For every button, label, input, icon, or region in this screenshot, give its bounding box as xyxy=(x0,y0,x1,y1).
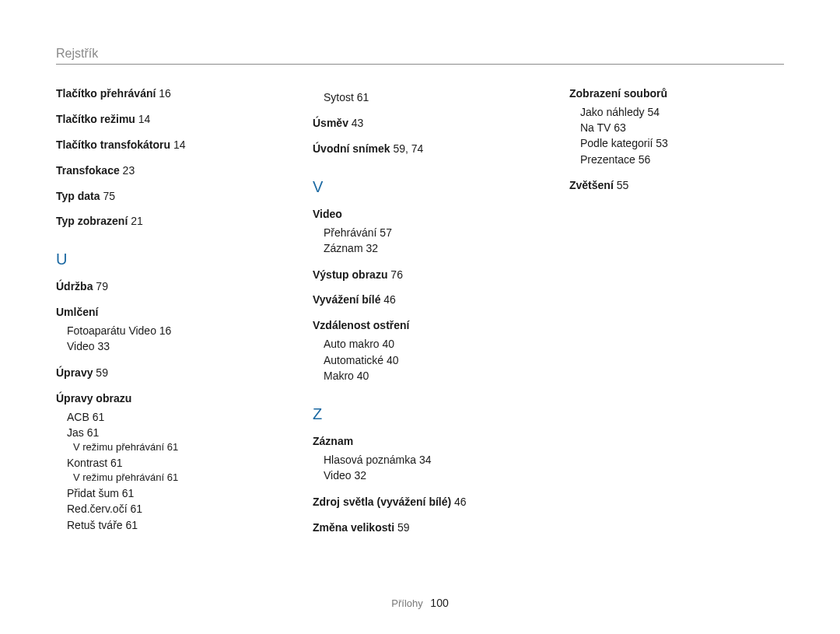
index-column: Tlačítko přehrávání 16Tlačítko režimu 14… xyxy=(56,86,282,545)
index-sublist: ACB 61Jas 61V režimu přehrávání 61Kontra… xyxy=(56,409,282,533)
index-subentry: Přidat šum 61 xyxy=(67,485,282,501)
index-entry: Vzdálenost ostřeníAuto makro 40Automatic… xyxy=(313,318,538,384)
index-term: Změna velikosti xyxy=(313,521,394,534)
index-term: Úsměv xyxy=(313,117,348,129)
index-pages: 46 xyxy=(451,496,466,508)
page-title: Rejstřík xyxy=(56,47,784,61)
index-pages: 14 xyxy=(135,113,150,125)
index-subentry: Fotoaparátu Video 16 xyxy=(67,323,282,338)
index-sublist: Přehrávání 57Záznam 32 xyxy=(313,225,538,257)
index-pages: 75 xyxy=(100,190,115,202)
index-entry: Změna velikosti 59 xyxy=(313,520,538,535)
index-term: Zdroj světla (vyvážení bílé) xyxy=(313,496,451,508)
index-term: Tlačítko režimu xyxy=(56,113,135,125)
index-subentry: Retuš tváře 61 xyxy=(67,517,282,533)
index-entry: UmlčeníFotoaparátu Video 16Video 33 xyxy=(56,305,282,354)
index-subentry: Podle kategorií 53 xyxy=(580,135,795,151)
index-subentry: Prezentace 56 xyxy=(580,152,795,167)
index-term: Vyvážení bílé xyxy=(313,293,380,306)
index-pages: 59 xyxy=(394,521,409,534)
index-term: Typ data xyxy=(56,190,100,202)
index-term: Zvětšení xyxy=(569,179,614,191)
index-column: Zobrazení souborůJako náhledy 54Na TV 63… xyxy=(569,86,795,545)
index-term: Video xyxy=(313,208,342,220)
index-columns: Tlačítko přehrávání 16Tlačítko režimu 14… xyxy=(56,86,784,545)
index-entry: Úsměv 43 xyxy=(313,116,538,131)
index-subentry: Makro 40 xyxy=(324,368,538,384)
index-term: Tlačítko transfokátoru xyxy=(56,138,170,151)
index-subsubentry: V režimu přehrávání 61 xyxy=(67,471,282,485)
index-letter-heading: V xyxy=(313,178,538,196)
index-term: Vzdálenost ostření xyxy=(313,319,409,331)
index-pages: 16 xyxy=(156,87,170,100)
index-entry: Zdroj světla (vyvážení bílé) 46 xyxy=(313,495,538,510)
index-term: Údržba xyxy=(56,280,93,292)
index-entry: Zobrazení souborůJako náhledy 54Na TV 63… xyxy=(569,86,795,167)
footer-page-number: 100 xyxy=(430,597,448,609)
page-footer: Přílohy 100 xyxy=(0,597,840,609)
index-term: Úpravy obrazu xyxy=(56,392,131,405)
index-pages: 55 xyxy=(614,179,628,191)
index-sublist: Hlasová poznámka 34Video 32 xyxy=(313,452,538,484)
index-subentry: ACB 61 xyxy=(67,409,282,425)
index-letter-heading: U xyxy=(56,250,282,268)
index-entry: Úpravy 59 xyxy=(56,366,282,380)
index-entry: Úpravy obrazuACB 61Jas 61V režimu přehrá… xyxy=(56,391,282,533)
index-pages: 59 xyxy=(93,366,107,379)
index-entry: Transfokace 23 xyxy=(56,163,282,178)
index-column: Sytost 61Úsměv 43Úvodní snímek 59, 74VVi… xyxy=(313,86,538,545)
index-term: Typ zobrazení xyxy=(56,215,128,227)
index-subentry: Video 33 xyxy=(67,338,282,354)
index-subentry: Jako náhledy 54 xyxy=(580,104,795,120)
index-entry: Zvětšení 55 xyxy=(569,178,795,193)
index-page: Rejstřík Tlačítko přehrávání 16Tlačítko … xyxy=(0,0,840,634)
index-subentry: Red.červ.očí 61 xyxy=(67,501,282,517)
index-subentry: Hlasová poznámka 34 xyxy=(324,452,538,468)
index-entry: Úvodní snímek 59, 74 xyxy=(313,142,538,156)
index-term: Zobrazení souborů xyxy=(569,87,667,100)
index-entry: Údržba 79 xyxy=(56,279,282,294)
index-subentry: Jas 61 xyxy=(67,425,282,440)
index-sublist: Jako náhledy 54Na TV 63Podle kategorií 5… xyxy=(569,104,795,167)
index-pages: 23 xyxy=(120,164,135,177)
index-subentry: Auto makro 40 xyxy=(324,336,538,352)
index-pages: 46 xyxy=(380,293,395,306)
index-entry: Sytost 61 xyxy=(313,89,538,105)
index-subentry: Automatické 40 xyxy=(324,352,538,368)
index-letter-heading: Z xyxy=(313,405,538,423)
index-sublist: Fotoaparátu Video 16Video 33 xyxy=(56,323,282,355)
index-entry: Vyvážení bílé 46 xyxy=(313,292,538,307)
index-subentry: Na TV 63 xyxy=(580,120,795,135)
index-term: Transfokace xyxy=(56,164,120,177)
index-term: Umlčení xyxy=(56,306,98,318)
index-entry: Tlačítko transfokátoru 14 xyxy=(56,138,282,152)
index-subsubentry: V režimu přehrávání 61 xyxy=(67,440,282,455)
index-subentry: Přehrávání 57 xyxy=(324,225,538,240)
header-rule xyxy=(56,64,784,65)
index-term: Úpravy xyxy=(56,366,93,379)
index-entry: Tlačítko přehrávání 16 xyxy=(56,86,282,101)
index-pages: 59, 74 xyxy=(390,142,424,155)
index-entry: VideoPřehrávání 57Záznam 32 xyxy=(313,207,538,256)
index-term: Záznam xyxy=(313,435,353,447)
index-pages: 43 xyxy=(348,117,363,129)
index-subentry: Záznam 32 xyxy=(324,240,538,256)
index-entry: ZáznamHlasová poznámka 34Video 32 xyxy=(313,434,538,483)
footer-section: Přílohy xyxy=(391,597,422,609)
index-pages: 79 xyxy=(93,280,107,292)
index-sublist: Auto makro 40Automatické 40Makro 40 xyxy=(313,336,538,384)
index-entry: Výstup obrazu 76 xyxy=(313,268,538,282)
index-subentry: Sytost 61 xyxy=(324,89,538,105)
index-term: Úvodní snímek xyxy=(313,142,390,155)
index-entry: Typ zobrazení 21 xyxy=(56,214,282,229)
index-entry: Typ data 75 xyxy=(56,189,282,204)
index-subentry: Kontrast 61 xyxy=(67,455,282,471)
index-pages: 21 xyxy=(128,215,142,227)
index-subentry: Video 32 xyxy=(324,468,538,483)
index-pages: 14 xyxy=(170,138,185,151)
index-pages: 76 xyxy=(387,268,402,281)
index-term: Tlačítko přehrávání xyxy=(56,87,156,100)
index-term: Výstup obrazu xyxy=(313,268,387,281)
index-entry: Tlačítko režimu 14 xyxy=(56,112,282,127)
